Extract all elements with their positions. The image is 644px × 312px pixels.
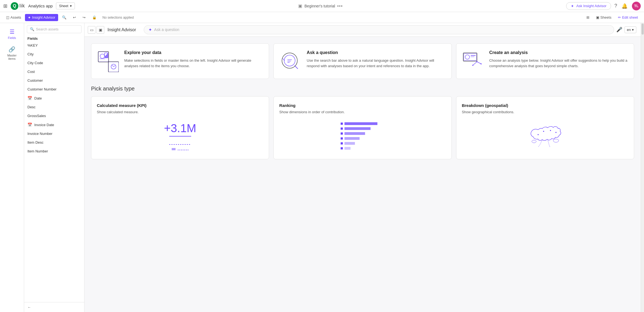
- ranking-bars: [341, 122, 385, 150]
- sidebar-collapse-button[interactable]: ←: [24, 302, 84, 312]
- ask-question-input[interactable]: ✦ Ask a question: [144, 25, 614, 34]
- fields-icon: ☰: [10, 29, 15, 35]
- pick-analysis-section: Pick analysis type Calculated measure (K…: [91, 86, 634, 159]
- grid-view-button[interactable]: ⊞: [584, 14, 592, 21]
- assets-button[interactable]: ◫ Assets: [3, 14, 24, 21]
- ask-ia-button[interactable]: ✦ Ask Insight Advisor: [566, 2, 611, 10]
- svg-point-26: [476, 61, 478, 62]
- svg-rect-24: [471, 56, 474, 57]
- sparkle-icon: ✦: [571, 4, 574, 8]
- sheet-dropdown[interactable]: Sheet ▾: [56, 2, 75, 9]
- rank-row-5: [341, 142, 385, 145]
- lock-icon: 🔒: [92, 15, 97, 19]
- kpi-underline: [169, 136, 191, 137]
- sidebar-item-gross-sales[interactable]: GrossSales: [24, 112, 84, 120]
- center-title: Beginner's tutorial: [304, 4, 335, 8]
- sidebar-item-item-number[interactable]: Item Number: [24, 147, 84, 156]
- sidebar-item-fields[interactable]: ☰ Fields: [2, 26, 22, 42]
- sidebar-item-customer[interactable]: Customer: [24, 76, 84, 85]
- sidebar-item-label: Cost: [27, 70, 35, 74]
- microphone-icon[interactable]: 🎤: [616, 27, 622, 33]
- insight-top-bar: ▭ ▣ Insight Advisor ✦ Ask a question 🎤 e…: [84, 23, 641, 37]
- master-items-label: Master items: [4, 54, 20, 60]
- svg-point-28: [543, 131, 544, 132]
- geospatial-desc: Show geographical contributions.: [462, 110, 628, 114]
- bell-icon[interactable]: 🔔: [622, 3, 628, 9]
- full-view-button[interactable]: ▣: [97, 26, 104, 34]
- forward-icon: ↪: [83, 15, 86, 19]
- geospatial-card[interactable]: Breakdown (geospatial) Show geographical…: [456, 96, 634, 159]
- svg-point-22: [465, 55, 470, 59]
- search-icon: 🔍: [62, 15, 66, 19]
- sidebar-item-city-code[interactable]: City Code: [24, 59, 84, 67]
- explore-data-content: Explore your data Make selections in fie…: [124, 50, 263, 69]
- forward-button[interactable]: ↪: [80, 14, 88, 21]
- rank-indicator: [341, 137, 343, 140]
- explore-icon: [97, 50, 119, 72]
- back-button[interactable]: ↩: [70, 14, 79, 21]
- sidebar-item-master-items[interactable]: 🔗 Master items: [2, 44, 22, 63]
- sidebar-item-desc[interactable]: Desc: [24, 103, 84, 112]
- sidebar-item-customer-number[interactable]: Customer Number: [24, 85, 84, 94]
- sidebar-item-date[interactable]: 📅 Date: [24, 94, 84, 103]
- ranking-desc: Show dimensions in order of contribution…: [279, 110, 446, 114]
- svg-rect-21: [464, 53, 476, 61]
- sheets-button[interactable]: ▣ Sheets: [593, 14, 614, 21]
- calendar-icon: 📅: [27, 96, 32, 100]
- sidebar-item-item-desc[interactable]: Item Desc: [24, 138, 84, 147]
- sidebar-item-cost[interactable]: Cost: [24, 67, 84, 76]
- sidebar-item-label: GrossSales: [27, 114, 46, 118]
- app-grid-icon[interactable]: ⊞: [3, 3, 7, 9]
- ask-title: Ask a question: [307, 50, 446, 55]
- edit-icon: ✏: [618, 15, 621, 19]
- panel-view-button[interactable]: ▭: [88, 26, 95, 34]
- insight-advisor-button[interactable]: ✦ Insight Advisor: [25, 14, 58, 21]
- help-icon[interactable]: ?: [614, 3, 617, 9]
- ask-desc: Use the search bar above to ask a natura…: [307, 58, 446, 69]
- scroll-thumb[interactable]: [642, 24, 644, 35]
- right-scrollbar[interactable]: [641, 23, 644, 312]
- rank-row-2: [341, 127, 385, 130]
- rank-indicator: [341, 123, 343, 125]
- more-options-icon[interactable]: •••: [337, 4, 343, 8]
- avatar[interactable]: TL: [632, 2, 641, 10]
- chevron-down-icon: ▾: [70, 4, 72, 8]
- search-assets-input[interactable]: 🔍 Search assets: [27, 25, 81, 33]
- sheets-label: Sheets: [600, 15, 611, 19]
- svg-rect-6: [106, 55, 107, 58]
- ask-ia-label: Ask Insight Advisor: [576, 4, 606, 8]
- create-title: Create an analysis: [489, 50, 628, 55]
- kpi-dotline: [169, 144, 191, 145]
- assets-label: Assets: [10, 15, 21, 19]
- sidebar-item-city[interactable]: City: [24, 50, 84, 59]
- rank-row-1: [341, 122, 385, 125]
- svg-point-14: [284, 55, 295, 66]
- insight-advisor-title: Insight Advisor: [108, 27, 136, 32]
- sheet-icon: ▣: [298, 3, 302, 8]
- sidebar-item-invoice-date[interactable]: 📅 Invoice Date: [24, 120, 84, 129]
- svg-rect-7: [107, 53, 108, 58]
- kpi-card[interactable]: Calculated measure (KPI) Show calculated…: [91, 96, 269, 159]
- sidebar-item-pct-key[interactable]: %KEY: [24, 41, 84, 50]
- sidebar-item-label: Item Desc: [27, 140, 44, 144]
- geo-visual: [462, 120, 628, 152]
- content-area: Explore your data Make selections in fie…: [84, 37, 641, 312]
- svg-rect-23: [471, 55, 476, 56]
- world-map-icon: [526, 121, 564, 151]
- ranking-card[interactable]: Ranking Show dimensions in order of cont…: [273, 96, 451, 159]
- svg-point-29: [550, 130, 551, 131]
- svg-point-25: [472, 65, 473, 66]
- section-title: Pick analysis type: [91, 86, 634, 92]
- lock-button[interactable]: 🔒: [89, 14, 99, 21]
- language-select[interactable]: en ▾: [625, 26, 636, 33]
- kpi-title: Calculated measure (KPI): [97, 103, 263, 108]
- sidebar-item-invoice-number[interactable]: Invoice Number: [24, 129, 84, 138]
- rank-bar: [344, 147, 351, 150]
- create-analysis-icon: [462, 50, 484, 72]
- sparkle-icon: ✦: [148, 27, 152, 32]
- main-layout: ☰ Fields 🔗 Master items 🔍 Search assets …: [0, 23, 644, 312]
- search-icon-button[interactable]: 🔍: [59, 14, 69, 21]
- kpi-display: +3.1M: [164, 122, 196, 150]
- edit-sheet-button[interactable]: ✏ Edit sheet: [615, 14, 641, 21]
- info-cards: Explore your data Make selections in fie…: [91, 43, 634, 79]
